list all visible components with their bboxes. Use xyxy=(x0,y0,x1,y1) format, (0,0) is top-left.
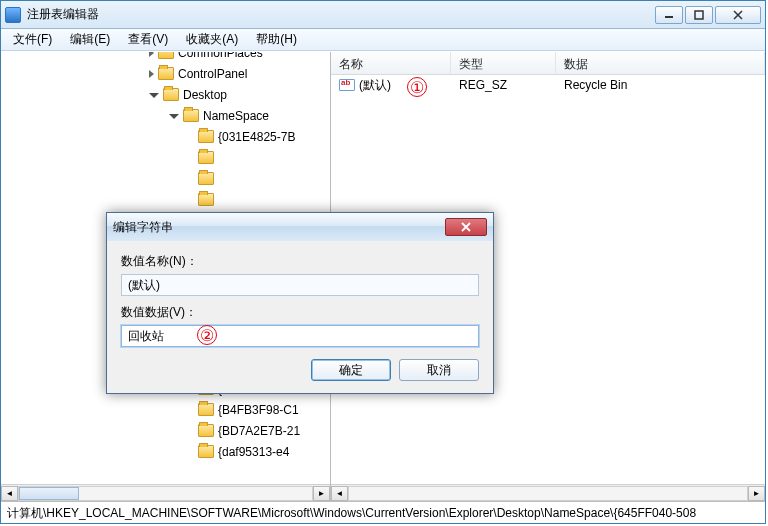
value-data-input[interactable] xyxy=(121,325,479,347)
dialog-titlebar[interactable]: 编辑字符串 xyxy=(107,213,493,241)
annotation-2: ② xyxy=(197,325,217,345)
value-data: Recycle Bin xyxy=(556,78,765,92)
folder-icon xyxy=(158,52,174,59)
folder-icon xyxy=(183,109,199,122)
folder-icon xyxy=(198,130,214,143)
folder-icon xyxy=(163,88,179,101)
tree-item-label: ControlPanel xyxy=(178,67,247,81)
string-value-icon xyxy=(339,79,355,91)
tree-item-label: CommonPlaces xyxy=(178,52,263,60)
list-header[interactable]: 名称 类型 数据 xyxy=(331,52,765,75)
tree-item-label: {BD7A2E7B-21 xyxy=(218,424,300,438)
dialog-close-button[interactable] xyxy=(445,218,487,236)
tree-item-label: {daf95313-e4 xyxy=(218,445,289,459)
tree-item[interactable]: Desktop xyxy=(1,84,330,105)
twister-open-icon[interactable] xyxy=(149,93,159,98)
titlebar[interactable]: 注册表编辑器 xyxy=(1,1,765,29)
list-hscrollbar[interactable]: ◄ ► xyxy=(331,484,765,501)
col-data[interactable]: 数据 xyxy=(556,52,765,74)
col-name[interactable]: 名称 xyxy=(331,52,451,74)
value-data-label: 数值数据(V)： xyxy=(121,304,479,321)
svg-rect-0 xyxy=(695,11,703,19)
scroll-left-icon[interactable]: ◄ xyxy=(1,486,18,501)
twister-open-icon[interactable] xyxy=(169,114,179,119)
edit-string-dialog[interactable]: 编辑字符串 数值名称(N)： (默认) 数值数据(V)： ② 确定 取 xyxy=(106,212,494,394)
tree-item-label: NameSpace xyxy=(203,109,269,123)
scroll-left-icon[interactable]: ◄ xyxy=(331,486,348,501)
menu-view[interactable]: 查看(V) xyxy=(120,29,176,50)
menubar: 文件(F) 编辑(E) 查看(V) 收藏夹(A) 帮助(H) xyxy=(1,29,765,51)
list-row[interactable]: (默认) REG_SZ Recycle Bin xyxy=(331,75,765,95)
close-button[interactable] xyxy=(715,6,761,24)
scroll-right-icon[interactable]: ► xyxy=(313,486,330,501)
client-area: CommonPlacesControlPanelDesktopNameSpace… xyxy=(1,51,765,501)
value-name-field: (默认) xyxy=(121,274,479,296)
tree-item[interactable] xyxy=(1,189,330,210)
menu-favorites[interactable]: 收藏夹(A) xyxy=(178,29,246,50)
folder-icon xyxy=(198,193,214,206)
tree-item[interactable]: {031E4825-7B xyxy=(1,126,330,147)
app-icon xyxy=(5,7,21,23)
tree-item-label: {031E4825-7B xyxy=(218,130,295,144)
tree-item[interactable]: {BD7A2E7B-21 xyxy=(1,420,330,441)
tree-item[interactable] xyxy=(1,147,330,168)
twister-closed-icon[interactable] xyxy=(149,52,154,57)
tree-item-label: Desktop xyxy=(183,88,227,102)
tree-item[interactable]: ControlPanel xyxy=(1,63,330,84)
tree-item[interactable]: {B4FB3F98-C1 xyxy=(1,399,330,420)
folder-icon xyxy=(198,445,214,458)
scroll-track[interactable] xyxy=(18,486,313,501)
minimize-button[interactable] xyxy=(655,6,683,24)
annotation-1: ① xyxy=(407,77,427,97)
scroll-track[interactable] xyxy=(348,486,748,501)
tree-item[interactable]: {daf95313-e4 xyxy=(1,441,330,462)
scroll-thumb[interactable] xyxy=(19,487,79,500)
ok-button[interactable]: 确定 xyxy=(311,359,391,381)
cancel-button[interactable]: 取消 xyxy=(399,359,479,381)
value-type: REG_SZ xyxy=(451,78,556,92)
twister-closed-icon[interactable] xyxy=(149,70,154,78)
tree-item[interactable]: NameSpace xyxy=(1,105,330,126)
folder-icon xyxy=(198,172,214,185)
dialog-title: 编辑字符串 xyxy=(113,219,445,236)
tree-item[interactable] xyxy=(1,168,330,189)
tree-item[interactable]: CommonPlaces xyxy=(1,52,330,63)
dialog-body: 数值名称(N)： (默认) 数值数据(V)： ② 确定 取消 xyxy=(107,241,493,393)
tree-item-label: {B4FB3F98-C1 xyxy=(218,403,299,417)
tree-hscrollbar[interactable]: ◄ ► xyxy=(1,484,330,501)
menu-file[interactable]: 文件(F) xyxy=(5,29,60,50)
folder-icon xyxy=(198,424,214,437)
value-name-label: 数值名称(N)： xyxy=(121,253,479,270)
scroll-right-icon[interactable]: ► xyxy=(748,486,765,501)
col-type[interactable]: 类型 xyxy=(451,52,556,74)
maximize-button[interactable] xyxy=(685,6,713,24)
folder-icon xyxy=(198,151,214,164)
value-name: (默认) xyxy=(359,77,391,94)
folder-icon xyxy=(198,403,214,416)
statusbar: 计算机\HKEY_LOCAL_MACHINE\SOFTWARE\Microsof… xyxy=(1,501,765,523)
window-title: 注册表编辑器 xyxy=(27,6,653,23)
registry-editor-window: 注册表编辑器 文件(F) 编辑(E) 查看(V) 收藏夹(A) 帮助(H) Co… xyxy=(0,0,766,524)
menu-help[interactable]: 帮助(H) xyxy=(248,29,305,50)
folder-icon xyxy=(158,67,174,80)
menu-edit[interactable]: 编辑(E) xyxy=(62,29,118,50)
